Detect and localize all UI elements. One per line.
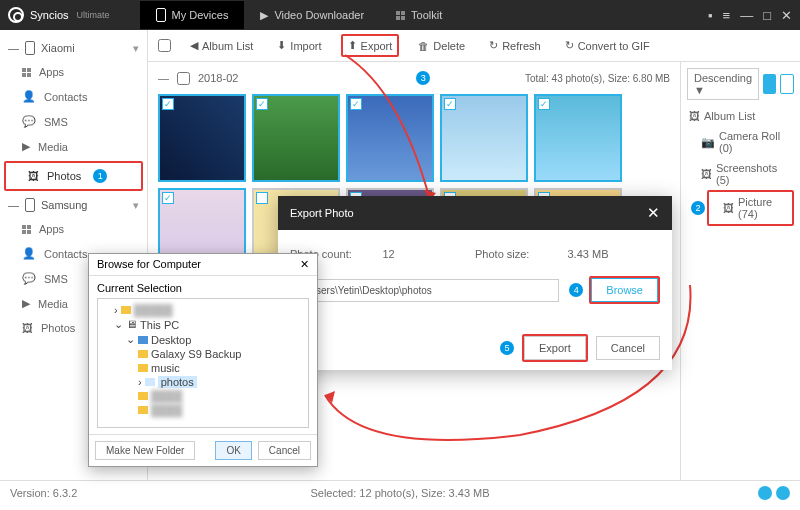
grid-icon (396, 11, 405, 20)
tab-video-downloader[interactable]: ▶Video Downloader (244, 1, 380, 29)
dialog-header[interactable]: Export Photo✕ (278, 196, 672, 230)
convert-gif-button[interactable]: ↻ Convert to GIF (560, 36, 655, 55)
thumb-checkbox[interactable]: ✓ (162, 98, 174, 110)
media-icon: ▶ (22, 297, 30, 310)
maximize-icon[interactable]: □ (763, 8, 771, 23)
step-badge-3: 3 (416, 71, 430, 85)
refresh-button[interactable]: ↻ Refresh (484, 36, 546, 55)
current-selection-label: Current Selection (97, 282, 309, 294)
photo-thumb[interactable]: ✓ (158, 94, 246, 182)
album-camera-roll[interactable]: 📷 Camera Roll (0) (687, 126, 794, 158)
thumb-checkbox[interactable]: ✓ (256, 98, 268, 110)
photo-thumb[interactable]: ✓ (252, 94, 340, 182)
browse-header[interactable]: Browse for Computer✕ (89, 254, 317, 276)
apps-icon (22, 225, 31, 234)
play-icon: ▶ (260, 9, 268, 22)
sms-icon: 💬 (22, 272, 36, 285)
step-badge-1: 1 (93, 169, 107, 183)
tree-node-this-pc[interactable]: ⌄ 🖥 This PC (102, 317, 304, 332)
folder-icon (138, 364, 148, 372)
browse-close-icon[interactable]: ✕ (300, 258, 309, 271)
close-icon[interactable]: ✕ (781, 8, 792, 23)
group-checkbox[interactable] (177, 72, 190, 85)
tree-node[interactable]: ████ (102, 389, 304, 403)
sidebar-item-sms[interactable]: 💬SMS (0, 109, 147, 134)
delete-button[interactable]: 🗑 Delete (413, 37, 470, 55)
browse-cancel-button[interactable]: Cancel (258, 441, 311, 460)
chevron-down-icon: ▾ (133, 42, 139, 55)
photo-size-value: 3.43 MB (568, 248, 661, 260)
tab-my-devices[interactable]: My Devices (140, 1, 245, 29)
contacts-icon: 👤 (22, 247, 36, 260)
import-button[interactable]: ⬇ Import (272, 36, 326, 55)
sidebar-item-apps[interactable]: Apps (0, 60, 147, 84)
thumb-checkbox[interactable]: ✓ (350, 98, 362, 110)
thumb-checkbox[interactable]: ✓ (538, 98, 550, 110)
tree-node-desktop[interactable]: ⌄ Desktop (102, 332, 304, 347)
export-cancel-button[interactable]: Cancel (596, 336, 660, 360)
social-links (758, 486, 790, 500)
menu-icon[interactable]: ≡ (723, 8, 731, 23)
photo-thumb[interactable]: ✓ (534, 94, 622, 182)
dialog-close-icon[interactable]: ✕ (647, 204, 660, 222)
selection-summary: Selected: 12 photo(s), Size: 3.43 MB (310, 487, 489, 499)
phone-icon (156, 8, 166, 22)
toolbar: ◀ Album List ⬇ Import ⬆ Export 🗑 Delete … (148, 30, 800, 62)
browse-button[interactable]: Browse (591, 278, 658, 302)
tree-node-music[interactable]: music (102, 361, 304, 375)
step-badge-5: 5 (500, 341, 514, 355)
tree-node-photos[interactable]: › photos (102, 375, 304, 389)
device-samsung[interactable]: — Samsung▾ (0, 193, 147, 217)
date-group-row[interactable]: — 2018-023Total: 43 photo(s), Size: 6.80… (158, 68, 670, 88)
sidebar-item-apps-2[interactable]: Apps (0, 217, 147, 241)
make-new-folder-button[interactable]: Make New Folder (95, 441, 195, 460)
select-all-checkbox[interactable] (158, 39, 171, 52)
phone-icon (25, 198, 35, 212)
apps-icon (22, 68, 31, 77)
folder-tree[interactable]: › █████ ⌄ 🖥 This PC ⌄ Desktop Galaxy S9 … (97, 298, 309, 428)
app-header: Syncios Ultimate My Devices ▶Video Downl… (0, 0, 800, 30)
tree-node[interactable]: › █████ (102, 303, 304, 317)
tree-node-backup[interactable]: Galaxy S9 Backup (102, 347, 304, 361)
tab-toolkit[interactable]: Toolkit (380, 1, 458, 29)
thumb-checkbox[interactable]: ✓ (162, 192, 174, 204)
export-path-input[interactable] (290, 279, 559, 302)
sidebar-item-photos[interactable]: 🖼Photos1 (6, 163, 141, 189)
album-list-root[interactable]: 🖼 Album List (687, 106, 794, 126)
logo-icon (8, 7, 24, 23)
tree-node[interactable]: ████ (102, 403, 304, 417)
step-badge-2: 2 (691, 201, 705, 215)
thumb-checkbox[interactable]: ✓ (444, 98, 456, 110)
phone-icon (25, 41, 35, 55)
facebook-icon[interactable] (758, 486, 772, 500)
folder-icon (138, 350, 148, 358)
export-photo-dialog: Export Photo✕ Photo count:12Photo size:3… (278, 196, 672, 370)
folder-icon (145, 378, 155, 386)
feedback-icon[interactable]: ▪ (708, 8, 713, 23)
version-label: Version: 6.3.2 (10, 487, 77, 499)
album-screenshots[interactable]: 🖼 Screenshots (5) (687, 158, 794, 190)
photo-thumb[interactable]: ✓ (346, 94, 434, 182)
photo-thumb[interactable]: ✓ (440, 94, 528, 182)
contacts-icon: 👤 (22, 90, 36, 103)
album-list-button[interactable]: ◀ Album List (185, 36, 258, 55)
album-picture[interactable]: 🖼 Picture (74) (709, 192, 792, 224)
folder-icon (138, 392, 148, 400)
photos-icon: 🖼 (22, 322, 33, 334)
step-badge-4: 4 (569, 283, 583, 297)
export-confirm-button[interactable]: Export (524, 336, 586, 360)
export-button[interactable]: ⬆ Export (343, 36, 398, 55)
folder-icon (138, 336, 148, 344)
sort-button[interactable]: Descending ▼ (687, 68, 759, 100)
twitter-icon[interactable] (776, 486, 790, 500)
sidebar-item-media[interactable]: ▶Media (0, 134, 147, 159)
calendar-button-1[interactable] (763, 74, 776, 94)
album-sidebar: Descending ▼ 🖼 Album List 📷 Camera Roll … (680, 62, 800, 480)
device-xiaomi[interactable]: — Xiaomi▾ (0, 36, 147, 60)
calendar-button-2[interactable] (780, 74, 794, 94)
folder-icon (121, 306, 131, 314)
sidebar-item-contacts[interactable]: 👤Contacts (0, 84, 147, 109)
minimize-icon[interactable]: — (740, 8, 753, 23)
browse-ok-button[interactable]: OK (215, 441, 251, 460)
thumb-checkbox[interactable] (256, 192, 268, 204)
